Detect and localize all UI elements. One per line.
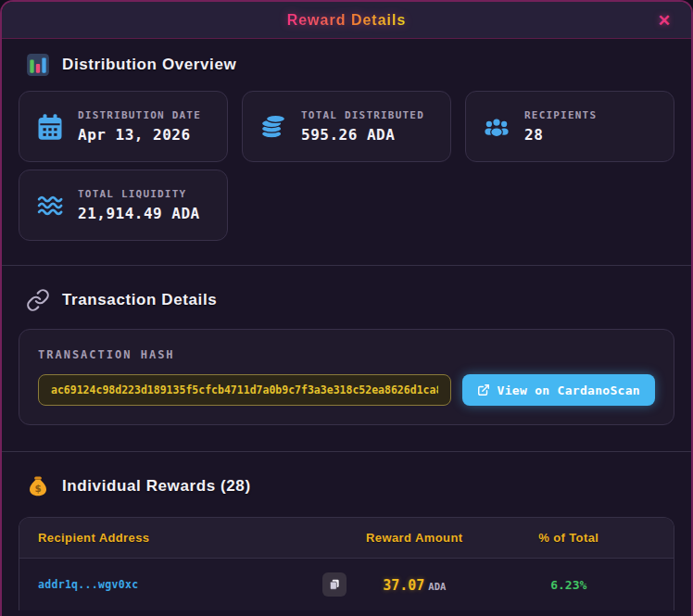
column-percent-of-total: % of Total (483, 531, 655, 545)
card-value: 595.26 ADA (301, 126, 424, 144)
modal-title: Reward Details (287, 12, 407, 29)
link-icon (26, 288, 50, 312)
overview-cards: DISTRIBUTION DATE Apr 13, 2026 TOTAL DIS… (19, 91, 674, 241)
table-row: addr1q...wgv0xc 37.07ADA 6.23% (19, 558, 674, 610)
rewards-table-header: Recipient Address Reward Amount % of Tot… (19, 518, 674, 558)
reward-amount-value: 37.07 (383, 577, 424, 594)
view-on-cardanoscan-button[interactable]: View on CardanoScan (462, 374, 655, 406)
overview-heading: Distribution Overview (62, 56, 236, 74)
card-total-distributed: TOTAL DISTRIBUTED 595.26 ADA (242, 91, 451, 162)
column-recipient-address: Recipient Address (38, 531, 346, 545)
rewards-heading: Individual Rewards (28) (62, 477, 251, 496)
transaction-hash-label: TRANSACTION HASH (38, 348, 655, 361)
card-value: Apr 13, 2026 (78, 126, 201, 144)
rewards-table: Recipient Address Reward Amount % of Tot… (19, 517, 674, 610)
overview-heading-row: Distribution Overview (26, 53, 674, 77)
transaction-heading: Transaction Details (62, 291, 217, 309)
percent-of-total-value: 6.23% (483, 578, 655, 592)
individual-rewards-section: $ Individual Rewards (28) Recipient Addr… (2, 452, 691, 610)
external-link-icon (477, 383, 490, 396)
transaction-heading-row: Transaction Details (26, 288, 674, 312)
copy-address-button[interactable] (322, 572, 346, 597)
recipient-address: addr1q...wgv0xc (38, 578, 138, 591)
view-button-label: View on CardanoScan (498, 383, 640, 397)
column-reward-amount: Reward Amount (346, 531, 483, 545)
calendar-icon (36, 113, 64, 141)
modal-header: Reward Details ✕ (2, 2, 691, 39)
transaction-details-section: Transaction Details TRANSACTION HASH (2, 266, 691, 452)
rewards-heading-row: $ Individual Rewards (28) (26, 474, 674, 498)
card-value: 28 (524, 126, 597, 144)
reward-amount-currency: ADA (428, 581, 446, 592)
modal-body: Distribution Overview (2, 39, 691, 616)
card-value: 21,914.49 ADA (78, 205, 200, 222)
reward-details-modal: Reward Details ✕ Distribution Overview (0, 0, 693, 616)
card-label: DISTRIBUTION DATE (78, 109, 201, 121)
card-label: RECIPIENTS (524, 109, 597, 121)
copy-icon (328, 578, 341, 591)
card-label: TOTAL LIQUIDITY (78, 188, 200, 200)
coins-icon (259, 113, 287, 141)
distribution-overview-section: Distribution Overview (2, 39, 691, 266)
money-bag-icon: $ (26, 474, 50, 498)
card-distribution-date: DISTRIBUTION DATE Apr 13, 2026 (19, 91, 228, 162)
svg-text:$: $ (34, 483, 41, 494)
liquidity-waves-icon (36, 192, 64, 220)
close-icon[interactable]: ✕ (658, 10, 671, 30)
card-total-liquidity: TOTAL LIQUIDITY 21,914.49 ADA (19, 170, 228, 241)
recipients-icon (483, 113, 510, 141)
transaction-hash-input[interactable] (38, 374, 451, 406)
card-label: TOTAL DISTRIBUTED (301, 109, 424, 121)
transaction-panel: TRANSACTION HASH View on CardanoScan (19, 329, 674, 425)
card-recipients: RECIPIENTS 28 (465, 91, 674, 162)
bar-chart-icon (26, 53, 50, 77)
